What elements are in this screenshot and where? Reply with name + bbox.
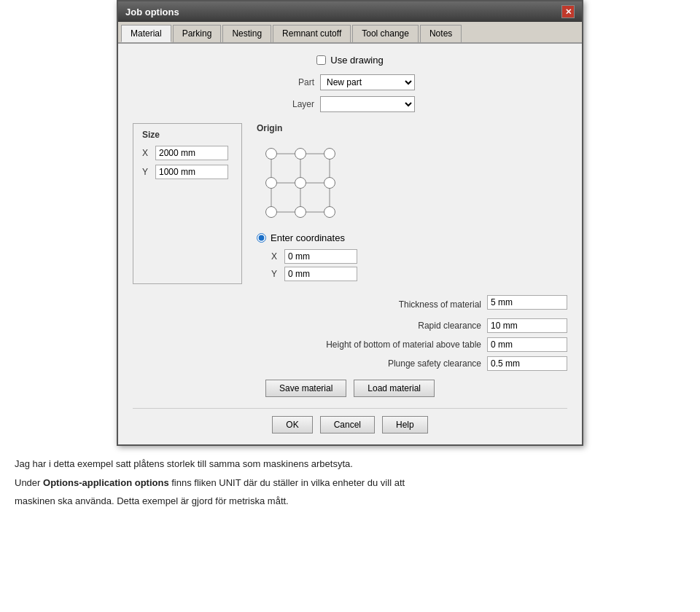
coord-x-label: X	[271, 251, 280, 262]
close-button[interactable]: ✕	[561, 5, 575, 18]
cancel-button[interactable]: Cancel	[320, 416, 375, 434]
tab-bar: Material Parking Nesting Remnant cutoff …	[118, 22, 582, 44]
use-drawing-checkbox[interactable]	[316, 55, 326, 65]
save-material-button[interactable]: Save material	[265, 380, 346, 397]
coord-y-row: Y	[271, 267, 567, 281]
size-x-label: X	[142, 148, 151, 158]
size-x-row: X	[142, 146, 233, 160]
origin-radio-tc[interactable]	[295, 148, 306, 160]
bottom-fields: Thickness of material Rapid clearance He…	[133, 295, 567, 371]
tab-material[interactable]: Material	[121, 25, 171, 42]
origin-title: Origin	[257, 123, 567, 133]
description-line2-suffix: finns fliken UNIT där du ställer in vilk…	[169, 477, 405, 488]
description-area: Jag har i detta exempel satt plåtens sto…	[0, 446, 700, 524]
window-title: Job options	[125, 7, 179, 17]
tab-remnant-cutoff[interactable]: Remnant cutoff	[273, 25, 351, 42]
enter-coords-label: Enter coordinates	[271, 232, 345, 243]
dialog-buttons: OK Cancel Help	[133, 408, 567, 434]
material-buttons: Save material Load material	[133, 380, 567, 397]
tab-nesting[interactable]: Nesting	[222, 25, 271, 42]
part-layer-section: Part New part Layer	[133, 74, 567, 112]
origin-group: Origin	[257, 123, 567, 284]
size-y-row: Y	[142, 165, 233, 179]
thickness-label: Thickness of material	[133, 299, 487, 310]
origin-radio-tr[interactable]	[324, 148, 335, 160]
origin-radio-br[interactable]	[324, 206, 335, 218]
window-controls: ✕	[561, 5, 575, 18]
use-drawing-row: Use drawing	[133, 55, 567, 66]
origin-grid-wrapper	[257, 139, 344, 227]
tab-tool-change[interactable]: Tool change	[352, 25, 419, 42]
plunge-row: Plunge safety clearance	[133, 356, 567, 371]
enter-coords-radio[interactable]	[257, 233, 266, 243]
height-label: Height of bottom of material above table	[133, 340, 487, 350]
tab-content: Use drawing Part New part Layer Size	[118, 44, 582, 444]
title-bar: Job options ✕	[118, 1, 582, 22]
size-y-input[interactable]	[155, 165, 228, 179]
part-dropdown[interactable]: New part	[320, 74, 415, 90]
thickness-row: Thickness of material	[133, 295, 567, 314]
size-group: Size X Y	[133, 123, 242, 284]
enter-coords-row: Enter coordinates	[257, 232, 567, 243]
part-label: Part	[285, 77, 314, 87]
load-material-button[interactable]: Load material	[354, 380, 435, 397]
plunge-input[interactable]	[487, 356, 567, 371]
height-input[interactable]	[487, 337, 567, 352]
coord-x-row: X	[271, 249, 567, 264]
layer-dropdown[interactable]	[320, 96, 415, 112]
origin-radio-ml[interactable]	[265, 177, 277, 189]
part-row: Part New part	[285, 74, 415, 90]
job-options-window: Job options ✕ Material Parking Nesting R…	[117, 0, 583, 446]
size-y-label: Y	[142, 167, 151, 177]
origin-radio-mc[interactable]	[295, 177, 306, 189]
description-line1: Jag har i detta exempel satt plåtens sto…	[15, 458, 353, 469]
rapid-clearance-label: Rapid clearance	[133, 321, 487, 331]
use-drawing-label: Use drawing	[330, 55, 383, 66]
thickness-input[interactable]	[487, 295, 567, 310]
rapid-clearance-row: Rapid clearance	[133, 318, 567, 333]
ok-button[interactable]: OK	[272, 416, 312, 434]
tab-notes[interactable]: Notes	[420, 25, 462, 42]
origin-radio-tl[interactable]	[265, 148, 277, 160]
size-title: Size	[142, 130, 233, 140]
height-row: Height of bottom of material above table	[133, 337, 567, 352]
origin-radio-bc[interactable]	[295, 206, 306, 218]
description-line3: maskinen ska använda. Detta exempel är g…	[15, 495, 289, 506]
layer-label: Layer	[285, 99, 314, 109]
help-button[interactable]: Help	[382, 416, 428, 434]
coord-y-label: Y	[271, 269, 280, 279]
size-origin-section: Size X Y Origin	[133, 123, 567, 284]
rapid-clearance-input[interactable]	[487, 318, 567, 333]
origin-radio-mr[interactable]	[324, 177, 335, 189]
description-line2-bold: Options-application options	[43, 477, 169, 488]
origin-radio-bl[interactable]	[265, 206, 277, 218]
layer-row: Layer	[285, 96, 415, 112]
description-line2-prefix: Under	[15, 477, 43, 488]
coord-y-input[interactable]	[284, 267, 357, 281]
tab-parking[interactable]: Parking	[173, 25, 222, 42]
size-x-input[interactable]	[155, 146, 228, 160]
plunge-label: Plunge safety clearance	[133, 358, 487, 369]
coord-x-input[interactable]	[284, 249, 357, 264]
